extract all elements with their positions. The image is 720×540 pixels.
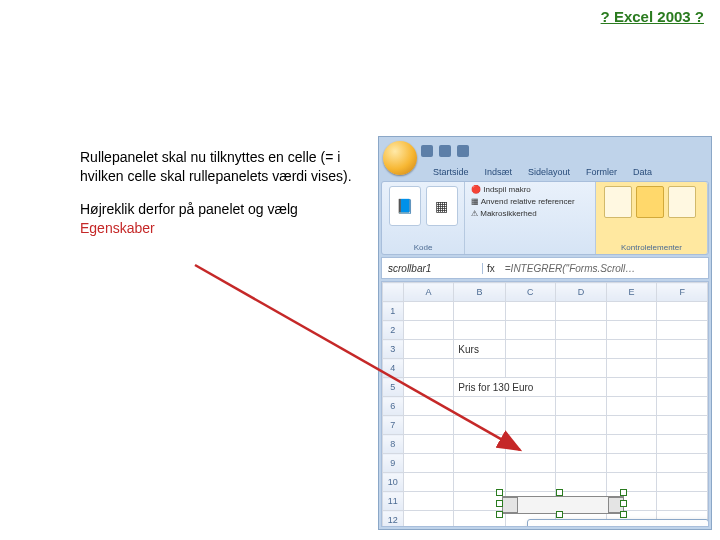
excel-window: Startside Indsæt Sidelayout Formler Data…	[378, 136, 712, 530]
makroer-button[interactable]: ▦	[426, 186, 458, 226]
col-E[interactable]: E	[606, 283, 657, 302]
ribbon: 📘 ▦ Kode 🔴 Indspil makro ▦ Anvend relati…	[381, 181, 709, 255]
col-D[interactable]: D	[556, 283, 607, 302]
worksheet[interactable]: A B C D E F 1 2 3Kurs 4 5Pris for 130 Eu…	[381, 281, 709, 527]
select-all[interactable]	[383, 283, 404, 302]
excel-2003-link[interactable]: ? Excel 2003 ?	[601, 8, 704, 25]
col-F[interactable]: F	[657, 283, 708, 302]
indspil-makro-button[interactable]: 🔴 Indspil makro	[471, 184, 589, 196]
tab-startside[interactable]: Startside	[427, 165, 475, 179]
tab-indsaet[interactable]: Indsæt	[479, 165, 519, 179]
tab-data[interactable]: Data	[627, 165, 658, 179]
col-A[interactable]: A	[403, 283, 454, 302]
formula-text[interactable]: =INTEGRER("Forms.Scroll…	[499, 263, 642, 274]
indsaet-control-button[interactable]	[604, 186, 632, 218]
office-button[interactable]	[383, 141, 417, 175]
cell-B5[interactable]: Pris for 130 Euro	[454, 378, 556, 397]
scrollbar-control[interactable]	[502, 496, 624, 514]
name-box[interactable]: scrollbar1	[382, 263, 483, 274]
formula-bar: scrollbar1 fx =INTEGRER("Forms.Scroll…	[381, 257, 709, 279]
makrosikkerhed-button[interactable]: ⚠ Makrosikkerhed	[471, 208, 589, 220]
instruction-p2: Højreklik derfor på panelet og vælg Egen…	[80, 200, 360, 238]
keyword-egenskaber: Egenskaber	[80, 220, 155, 236]
instruction-p1: Rullepanelet skal nu tilknyttes en celle…	[80, 148, 360, 186]
relative-ref-button[interactable]: ▦ Anvend relative referencer	[471, 196, 589, 208]
visual-basic-button[interactable]: 📘	[389, 186, 421, 226]
fx-label[interactable]: fx	[483, 263, 499, 274]
context-menu: ✂Klip ⧉Kopier 📋Sæt ind 🗔Egenskaber 📄Vis …	[527, 519, 709, 527]
tab-sidelayout[interactable]: Sidelayout	[522, 165, 576, 179]
instruction-block: Rullepanelet skal nu tilknyttes en celle…	[80, 148, 360, 252]
ribbon-tabs[interactable]: Startside Indsæt Sidelayout Formler Data	[427, 165, 658, 179]
control-prop-button[interactable]	[668, 186, 696, 218]
cell-B3[interactable]: Kurs	[454, 340, 505, 359]
tab-formler[interactable]: Formler	[580, 165, 623, 179]
col-B[interactable]: B	[454, 283, 505, 302]
designtilstand-button[interactable]	[636, 186, 664, 218]
col-C[interactable]: C	[505, 283, 556, 302]
group-label-kontrol: Kontrolelementer	[596, 243, 707, 252]
quick-access-toolbar[interactable]	[421, 145, 469, 159]
grid[interactable]: A B C D E F 1 2 3Kurs 4 5Pris for 130 Eu…	[382, 282, 708, 527]
group-label-kode: Kode	[382, 243, 464, 252]
